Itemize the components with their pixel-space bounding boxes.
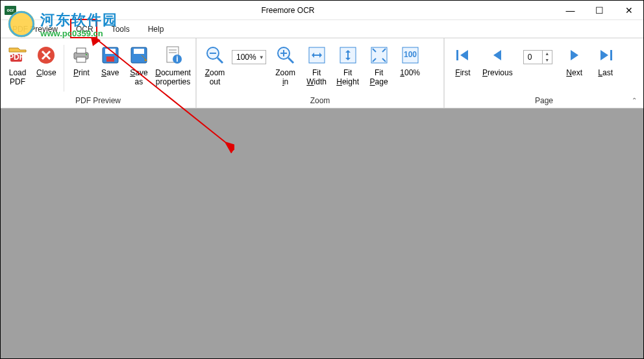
- last-page-icon: [594, 43, 617, 67]
- save-label: ave: [106, 68, 119, 77]
- document-properties-button[interactable]: i Documentproperties: [153, 42, 193, 88]
- svg-rect-14: [134, 49, 144, 54]
- print-icon: [69, 43, 93, 67]
- ribbon-group-pdf-label: PDF Preview: [1, 95, 195, 108]
- page-number-value: 0: [524, 53, 542, 62]
- fit-width-button[interactable]: FitWidth: [301, 42, 332, 88]
- zoom-in-icon: [274, 43, 297, 67]
- document-properties-icon: i: [162, 43, 185, 67]
- svg-rect-33: [610, 50, 612, 60]
- ribbon-group-page-label: Page: [445, 95, 643, 108]
- menu-help[interactable]: Help: [139, 22, 173, 36]
- menu-tools[interactable]: Tools: [103, 22, 139, 36]
- save-as-icon: [127, 43, 151, 67]
- document-canvas: [1, 108, 643, 358]
- svg-rect-7: [77, 48, 86, 53]
- page-number-spinner[interactable]: 0 ▲ ▼: [523, 50, 552, 64]
- svg-rect-32: [456, 50, 458, 60]
- ribbon: PDF LoadPDF Close Print: [1, 38, 643, 108]
- window-title: Freemore OCR: [20, 6, 556, 15]
- menubar: PDF Preview OCR Tools Help: [1, 20, 643, 38]
- saveas-label-1: ave: [135, 68, 147, 77]
- ribbon-group-zoom-label: Zoom: [197, 95, 443, 108]
- svg-line-22: [217, 58, 223, 63]
- zoom-100-button[interactable]: 100 100%: [395, 42, 426, 79]
- zoom-out-icon: [203, 43, 227, 67]
- fit-width-icon: [305, 43, 328, 67]
- save-as-button[interactable]: Saveas: [125, 42, 153, 88]
- window-buttons: — ☐ ✕: [556, 1, 643, 20]
- close-label: lose: [42, 68, 56, 77]
- menu-pdf-preview[interactable]: PDF Preview: [3, 22, 67, 36]
- svg-line-26: [288, 58, 293, 63]
- separator: [64, 45, 65, 92]
- titlebar: ocr Freemore OCR — ☐ ✕: [1, 1, 643, 20]
- zoom-level-value: 100%: [236, 53, 256, 62]
- print-button[interactable]: Print: [67, 42, 95, 79]
- ribbon-group-zoom: Zoomout 100% ▼ Zoomin FitWidth: [197, 38, 445, 108]
- fit-page-button[interactable]: FitPage: [364, 42, 395, 88]
- minimize-button[interactable]: —: [556, 1, 585, 20]
- save-button[interactable]: Save: [96, 42, 125, 79]
- ribbon-group-pdf-preview: PDF LoadPDF Close Print: [1, 38, 197, 108]
- maximize-button[interactable]: ☐: [585, 1, 614, 20]
- close-window-button[interactable]: ✕: [614, 1, 643, 20]
- svg-rect-11: [105, 49, 116, 54]
- load-pdf-label-1: Load: [9, 68, 27, 77]
- page-spin-up[interactable]: ▲: [543, 51, 552, 57]
- fit-height-icon: [336, 43, 360, 67]
- ribbon-group-page: First Previous 0 ▲ ▼ Next: [445, 38, 643, 108]
- svg-text:i: i: [176, 55, 178, 64]
- next-page-icon: [563, 43, 586, 67]
- chevron-down-icon: ▼: [259, 55, 264, 60]
- close-icon: [34, 43, 58, 67]
- fit-page-icon: [367, 43, 391, 67]
- previous-page-button[interactable]: Previous: [478, 42, 517, 79]
- svg-text:100: 100: [404, 50, 417, 59]
- last-page-button[interactable]: Last: [590, 42, 621, 79]
- saveas-label-2: as: [135, 77, 143, 86]
- zoom-100-icon: 100: [399, 43, 422, 67]
- svg-point-9: [86, 54, 87, 55]
- fit-height-button[interactable]: FitHeight: [332, 42, 364, 88]
- previous-page-icon: [486, 43, 509, 67]
- zoom-level-dropdown[interactable]: 100% ▼: [232, 50, 266, 64]
- zoomout-label-2: out: [210, 77, 221, 86]
- load-pdf-label-2: PDF: [10, 77, 25, 86]
- svg-rect-12: [106, 56, 114, 62]
- next-page-button[interactable]: Next: [559, 42, 590, 79]
- close-button[interactable]: Close: [32, 42, 60, 79]
- save-icon: [99, 43, 122, 67]
- hundred-label: 00%: [404, 68, 420, 77]
- app-icon: ocr: [5, 6, 16, 15]
- svg-text:PDF: PDF: [8, 53, 24, 62]
- svg-rect-8: [77, 57, 86, 62]
- zoom-out-button[interactable]: Zoomout: [199, 42, 230, 88]
- docprops-label-1: ocument: [161, 68, 191, 77]
- docprops-label-2: properties: [156, 77, 190, 86]
- page-spin-down[interactable]: ▼: [543, 57, 552, 64]
- menu-ocr[interactable]: OCR: [67, 22, 103, 36]
- load-pdf-button[interactable]: PDF LoadPDF: [3, 42, 32, 88]
- print-label: rint: [79, 68, 90, 77]
- first-page-button[interactable]: First: [447, 42, 478, 79]
- load-pdf-icon: PDF: [6, 43, 29, 67]
- collapse-ribbon-icon[interactable]: ⌃: [632, 97, 637, 104]
- zoom-in-button[interactable]: Zoomin: [270, 42, 301, 88]
- first-page-icon: [451, 43, 475, 67]
